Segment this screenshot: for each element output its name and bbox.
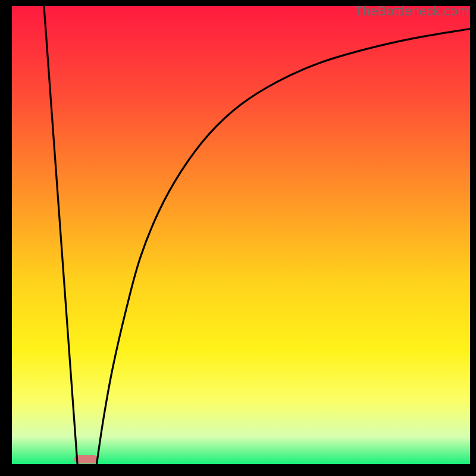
chart-svg — [12, 6, 470, 464]
watermark-label: TheBottleneck.com — [355, 4, 469, 19]
plot-area — [12, 6, 470, 464]
chart-frame: TheBottleneck.com — [0, 0, 476, 476]
gradient-background — [12, 6, 470, 464]
